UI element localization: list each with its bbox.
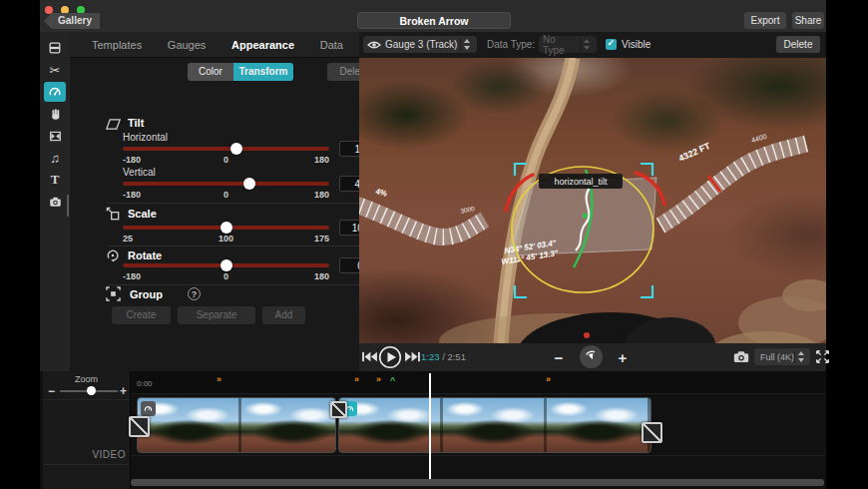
tool-sidebar: ✂ ♫ T	[40, 32, 71, 371]
scale-section-title: Scale	[128, 208, 157, 220]
rotate-slider[interactable]	[123, 258, 329, 272]
timeline-track-area[interactable]: 0:00 » » » ^ »	[131, 371, 826, 489]
keyframe-marker[interactable]: »	[217, 374, 221, 384]
keyframe-marker[interactable]: »	[376, 374, 381, 384]
keyframe-marker[interactable]: »	[546, 374, 551, 384]
group-create-button[interactable]: Create	[112, 306, 171, 324]
video-clip-2[interactable]	[338, 397, 651, 453]
gallery-back-button[interactable]: Gallery	[44, 13, 100, 29]
fullscreen-button[interactable]	[814, 349, 830, 364]
hand-icon[interactable]	[44, 104, 66, 124]
skip-to-start-button[interactable]	[361, 350, 379, 363]
timeline-zoom-slider[interactable]	[60, 385, 118, 397]
scissors-icon[interactable]: ✂	[44, 60, 66, 80]
slider-thumb[interactable]	[87, 386, 96, 395]
orientation-icon	[584, 349, 600, 365]
timeline-zoom-in-button[interactable]: +	[120, 384, 127, 398]
divider	[131, 455, 826, 456]
transition-handle-icon[interactable]	[330, 401, 347, 418]
timeline-zoom-label: Zoom	[43, 374, 130, 384]
delete-gauge-button[interactable]: Delete	[776, 36, 820, 53]
group-separate-button[interactable]: Separate	[178, 306, 255, 324]
group-add-button[interactable]: Add	[262, 306, 305, 324]
tab-appearance[interactable]: Appearance	[231, 39, 294, 51]
transform-mode-button[interactable]: Transform	[233, 63, 293, 81]
tilt-vertical-ticks: -180 0 180	[123, 190, 329, 200]
left-elevation-gauge: 4% 3000	[359, 187, 485, 237]
playhead[interactable]	[429, 373, 431, 481]
eye-icon	[367, 40, 381, 50]
transport-bar: 1:23 / 2:51 − + Full (4K)	[359, 343, 826, 371]
playhead-caret-marker[interactable]: ^	[390, 375, 395, 385]
handle-tooltip-label: horizontal_tilt	[554, 177, 608, 187]
tab-templates[interactable]: Templates	[92, 39, 142, 51]
scale-slider[interactable]	[123, 221, 329, 235]
timeline-zoom-out-button[interactable]: −	[48, 384, 55, 398]
visible-label: Visible	[622, 39, 651, 50]
timeline-scrollbar[interactable]	[131, 479, 824, 486]
right-gauge-value: 4322 FT	[677, 141, 712, 164]
maximize-window-button[interactable]	[77, 6, 85, 14]
group-help-button[interactable]: ?	[188, 287, 201, 300]
close-window-button[interactable]	[45, 6, 53, 14]
transition-icon[interactable]	[44, 126, 66, 146]
data-type-dropdown[interactable]: No Type	[539, 36, 597, 53]
quality-dropdown[interactable]: Full (4K)	[754, 348, 810, 365]
play-button[interactable]	[378, 345, 402, 369]
camera-light	[584, 332, 590, 338]
vertical-tilt-grip[interactable]	[583, 214, 588, 219]
color-mode-button[interactable]: Color	[188, 63, 233, 81]
video-preview[interactable]: 4% 3000 4322 FT 4400 N34° 52' 03.4" W111…	[359, 58, 826, 343]
current-time: 1:23	[421, 351, 440, 362]
data-type-label: Data Type:	[487, 39, 535, 50]
export-button[interactable]: Export	[744, 12, 786, 29]
slider-thumb[interactable]	[243, 178, 255, 190]
tilt-horizontal-slider[interactable]	[123, 142, 329, 156]
section-divider	[108, 245, 381, 246]
gauge-selector-dropdown[interactable]: Gauge 3 (Track)	[363, 36, 477, 53]
film-icon[interactable]	[44, 38, 66, 58]
project-title-field[interactable]: Broken Arrow	[357, 12, 511, 29]
slider-track[interactable]	[123, 147, 329, 151]
camera-media-icon[interactable]	[44, 192, 66, 212]
fov-zoom-in-button[interactable]: +	[615, 349, 631, 366]
transition-handle-icon[interactable]	[129, 416, 150, 437]
share-button[interactable]: Share	[792, 12, 824, 29]
panel-scrollbar[interactable]	[67, 195, 69, 217]
scale-icon	[106, 207, 122, 221]
left-gauge-value: 4%	[375, 187, 388, 199]
rotate-icon	[106, 248, 122, 262]
rotate-ticks: -180 0 180	[123, 271, 329, 281]
tab-gauges[interactable]: Gauges	[168, 39, 207, 51]
gauge-selector-value: Gauge 3 (Track)	[385, 39, 457, 50]
tab-data[interactable]: Data	[320, 39, 343, 51]
slider-track[interactable]	[123, 182, 329, 186]
video-clip-1[interactable]	[137, 397, 336, 453]
title-bar: Gallery Broken Arrow Export Share	[40, 0, 826, 33]
gauges-icon[interactable]	[44, 82, 66, 102]
visible-checkbox[interactable]	[606, 39, 617, 50]
preview-overlay: 4% 3000 4322 FT 4400 N34° 52' 03.4" W111…	[359, 58, 826, 343]
keyframe-marker[interactable]: »	[354, 374, 359, 384]
slider-thumb[interactable]	[220, 222, 232, 234]
group-section-title: Group	[130, 288, 163, 300]
slider-thumb[interactable]	[220, 259, 232, 271]
left-gauge-tick: 3000	[460, 205, 476, 215]
minimize-window-button[interactable]	[61, 6, 69, 14]
timeline: Zoom − + VIDEO 0:00 » » » ^ »	[40, 371, 826, 489]
slider-thumb[interactable]	[230, 143, 242, 155]
dropdown-stepper-icon	[580, 38, 593, 51]
tilt-vertical-slider[interactable]	[123, 177, 329, 191]
skip-to-end-button[interactable]	[403, 350, 421, 363]
tilt-section-title: Tilt	[128, 117, 144, 129]
music-icon[interactable]: ♫	[44, 148, 66, 168]
timeline-ruler[interactable]: 0:00 » » » ^ »	[131, 371, 826, 394]
view-orientation-knob[interactable]	[580, 345, 603, 368]
transition-handle-icon[interactable]	[642, 422, 662, 443]
appearance-panel: Templates Gauges Appearance Data Color T…	[70, 32, 359, 371]
section-divider	[108, 203, 381, 204]
snapshot-camera-button[interactable]	[732, 350, 750, 363]
tilt-icon	[106, 117, 122, 131]
fov-zoom-out-button[interactable]: −	[551, 349, 567, 366]
text-tool-icon[interactable]: T	[44, 170, 66, 190]
